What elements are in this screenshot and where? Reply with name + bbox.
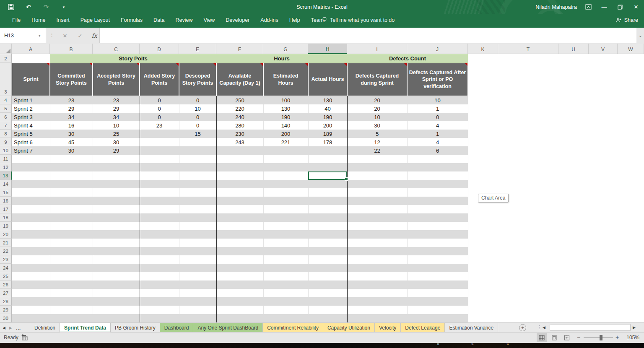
row-header-18[interactable]: 18 xyxy=(0,213,12,222)
cell-C5[interactable]: 29 xyxy=(93,104,140,113)
cancel-formula-icon[interactable]: ✕ xyxy=(60,31,70,40)
cell-J7[interactable]: 4 xyxy=(407,121,468,130)
cell-H9[interactable]: 178 xyxy=(308,138,347,146)
row-header-25[interactable]: 25 xyxy=(0,272,12,280)
new-sheet-icon[interactable]: + xyxy=(519,324,526,331)
sheet-tab-velocity[interactable]: Velocity xyxy=(375,323,401,332)
column-header-B[interactable]: B xyxy=(50,44,93,54)
row-header-9[interactable]: 9 xyxy=(0,138,12,146)
sheet-tab-defect-leakage[interactable]: Defect Leakage xyxy=(401,323,445,332)
cell-E9[interactable] xyxy=(179,138,216,146)
ribbon-tab-developer[interactable]: Developer xyxy=(220,14,255,26)
row-header-4[interactable]: 4 xyxy=(0,96,12,104)
cell-C6[interactable]: 34 xyxy=(93,113,140,121)
cell-F4[interactable]: 250 xyxy=(216,96,263,104)
cell-G7[interactable]: 140 xyxy=(263,121,308,130)
cell-E8[interactable]: 15 xyxy=(179,130,216,138)
cell-A7[interactable]: Sprint 4 xyxy=(12,121,50,130)
row-header-23[interactable]: 23 xyxy=(0,255,12,264)
name-box-dropdown-icon[interactable]: ▾ xyxy=(39,34,41,38)
cell-E5[interactable]: 10 xyxy=(179,104,216,113)
cell-H8[interactable]: 189 xyxy=(308,130,347,138)
row-header-10[interactable]: 10 xyxy=(0,146,12,155)
cell-E6[interactable]: 0 xyxy=(179,113,216,121)
cell-H4[interactable]: 130 xyxy=(308,96,347,104)
select-all-corner[interactable] xyxy=(0,44,12,54)
normal-view-icon[interactable] xyxy=(537,333,547,342)
row-header-22[interactable]: 22 xyxy=(0,247,12,255)
ribbon-tab-data[interactable]: Data xyxy=(148,14,170,26)
column-header-A[interactable]: A xyxy=(12,44,50,54)
column-header-W[interactable]: W xyxy=(618,44,644,54)
row-header-17[interactable]: 17 xyxy=(0,205,12,213)
cell-I7[interactable]: 30 xyxy=(347,121,407,130)
ribbon-tab-formulas[interactable]: Formulas xyxy=(115,14,148,26)
cell-B7[interactable]: 16 xyxy=(50,121,93,130)
row-header-30[interactable]: 30 xyxy=(0,314,12,322)
group-header-hours[interactable]: Hours xyxy=(216,54,347,63)
close-icon[interactable]: ✕ xyxy=(628,0,644,14)
cell-J9[interactable]: 4 xyxy=(407,138,468,146)
macro-record-icon[interactable] xyxy=(21,334,28,340)
row-header-15[interactable]: 15 xyxy=(0,188,12,197)
cell-D5[interactable]: 0 xyxy=(140,104,179,113)
cell-F7[interactable]: 280 xyxy=(216,121,263,130)
row-header-20[interactable]: 20 xyxy=(0,230,12,239)
cell-C10[interactable]: 29 xyxy=(93,146,140,155)
row-header-11[interactable]: 11 xyxy=(0,155,12,163)
table-header-G3[interactable]: Estimated Hours xyxy=(264,63,308,96)
cell-I9[interactable]: 12 xyxy=(347,138,407,146)
table-header-A3[interactable]: Sprint xyxy=(12,63,49,96)
sheet-nav-more-icon[interactable]: … xyxy=(16,325,21,331)
cell-H5[interactable]: 40 xyxy=(308,104,347,113)
row-header-3[interactable]: 3 xyxy=(0,63,12,96)
column-header-T[interactable]: T xyxy=(498,44,558,54)
cell-I10[interactable]: 22 xyxy=(347,146,407,155)
cell-C7[interactable]: 10 xyxy=(93,121,140,130)
fill-handle[interactable] xyxy=(345,177,348,181)
row-header-24[interactable]: 24 xyxy=(0,264,12,272)
column-header-E[interactable]: E xyxy=(179,44,216,54)
table-header-E3[interactable]: Descoped Story Points xyxy=(179,63,216,96)
cell-H7[interactable]: 200 xyxy=(308,121,347,130)
row-header-7[interactable]: 7 xyxy=(0,121,12,130)
page-break-view-icon[interactable] xyxy=(562,333,572,342)
cell-G10[interactable] xyxy=(263,146,308,155)
cell-G8[interactable]: 200 xyxy=(263,130,308,138)
enter-formula-icon[interactable]: ✓ xyxy=(75,31,86,40)
cell-B9[interactable]: 45 xyxy=(50,138,93,146)
cell-B10[interactable]: 30 xyxy=(50,146,93,155)
cell-F8[interactable]: 230 xyxy=(216,130,263,138)
ribbon-display-options-icon[interactable] xyxy=(580,0,596,14)
row-header-8[interactable]: 8 xyxy=(0,130,12,138)
row-header-14[interactable]: 14 xyxy=(0,180,12,188)
cell-F5[interactable]: 220 xyxy=(216,104,263,113)
minimize-icon[interactable]: — xyxy=(596,0,612,14)
zoom-level[interactable]: 105% xyxy=(626,335,639,340)
column-header-I[interactable]: I xyxy=(347,44,407,54)
cell-A8[interactable]: Sprint 5 xyxy=(12,130,50,138)
sheet-nav-prev-icon[interactable]: ◀ xyxy=(3,326,5,330)
formula-bar-expand-icon[interactable]: ⌄ xyxy=(639,33,642,38)
column-header-C[interactable]: C xyxy=(93,44,140,54)
zoom-slider-thumb[interactable] xyxy=(600,335,602,340)
cell-G4[interactable]: 100 xyxy=(263,96,308,104)
cell-D6[interactable]: 0 xyxy=(140,113,179,121)
column-header-G[interactable]: G xyxy=(263,44,308,54)
cell-J10[interactable]: 6 xyxy=(407,146,468,155)
row-header-5[interactable]: 5 xyxy=(0,104,12,113)
save-icon[interactable] xyxy=(7,3,15,11)
ribbon-tab-help[interactable]: Help xyxy=(284,14,306,26)
row-header-28[interactable]: 28 xyxy=(0,297,12,306)
column-header-H[interactable]: H xyxy=(308,44,347,54)
cell-H10[interactable] xyxy=(308,146,347,155)
ribbon-tab-file[interactable]: File xyxy=(7,14,26,26)
cell-D10[interactable] xyxy=(140,146,179,155)
cell-B5[interactable]: 29 xyxy=(50,104,93,113)
row-header-29[interactable]: 29 xyxy=(0,306,12,314)
cell-E7[interactable]: 0 xyxy=(179,121,216,130)
cell-J4[interactable]: 10 xyxy=(407,96,468,104)
cell-D8[interactable] xyxy=(140,130,179,138)
cell-B4[interactable]: 23 xyxy=(50,96,93,104)
column-header-J[interactable]: J xyxy=(407,44,468,54)
